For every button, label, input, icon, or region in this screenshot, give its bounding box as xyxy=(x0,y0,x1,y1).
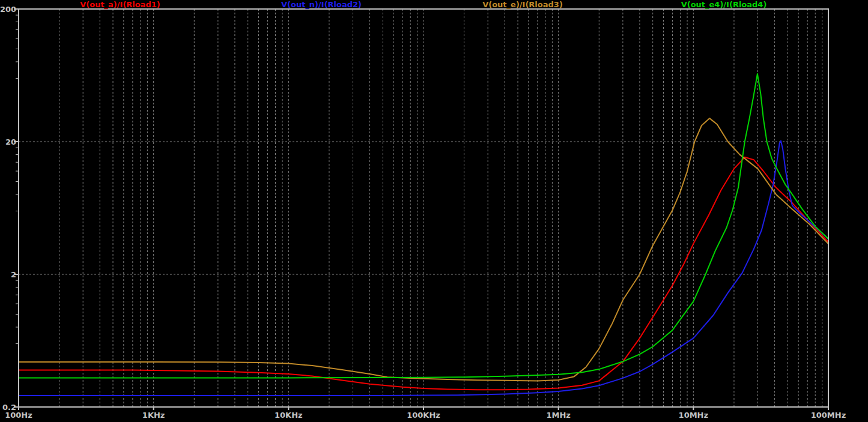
y-tick-label: 2 xyxy=(0,270,16,279)
x-tick-label: 100KHz xyxy=(407,411,440,420)
y-tick-label: 0.2 xyxy=(0,403,16,412)
y-tick-label: 200 xyxy=(0,5,16,14)
x-tick-label: 10KHz xyxy=(275,411,303,420)
x-tick-label: 1MHz xyxy=(546,411,570,420)
waveform-plot-window: V(out_a)/I(Rload1) V(out_n)/I(Rload2) V(… xyxy=(0,0,868,422)
y-tick-label: 20 xyxy=(0,137,16,146)
x-tick-label: 1KHz xyxy=(142,411,165,420)
legend-item-trace1[interactable]: V(out_a)/I(Rload1) xyxy=(80,0,160,9)
x-tick-label: 10MHz xyxy=(679,411,708,420)
x-tick-label: 100MHz xyxy=(811,411,846,420)
legend-item-trace4[interactable]: V(out_e4)/I(Rload4) xyxy=(681,0,767,9)
legend-item-trace2[interactable]: V(out_n)/I(Rload2) xyxy=(281,0,362,9)
x-tick-label: 100Hz xyxy=(5,411,32,420)
plot-area[interactable] xyxy=(0,0,868,422)
legend-item-trace3[interactable]: V(out_e)/I(Rload3) xyxy=(482,0,563,9)
